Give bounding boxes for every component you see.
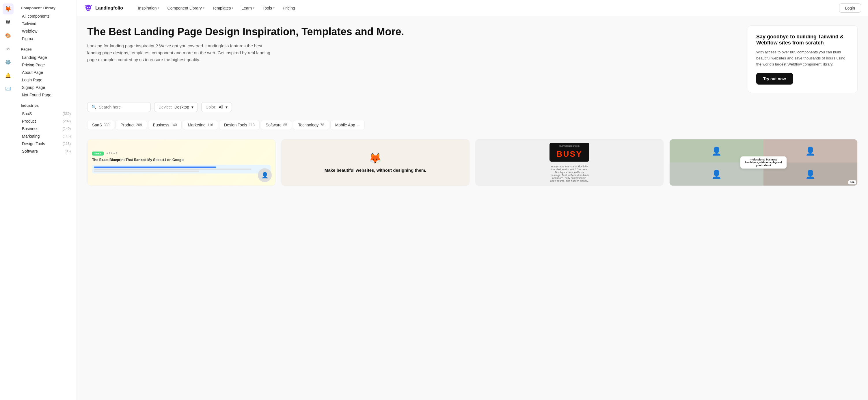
- card-1-image: FREE ★★★★★ The Exact Blueprint That Rank…: [88, 139, 275, 186]
- hero-title: The Best Landing Page Design Inspiration…: [87, 25, 739, 38]
- hero-section: The Best Landing Page Design Inspiration…: [87, 25, 858, 93]
- sidebar-item-software[interactable]: Software (85): [21, 147, 72, 155]
- settings-icon[interactable]: ⚙️: [3, 57, 13, 68]
- color-filter[interactable]: Color: All ▾: [201, 102, 232, 112]
- layers-icon[interactable]: ≋: [3, 43, 13, 54]
- hero-text: The Best Landing Page Design Inspiration…: [87, 25, 739, 63]
- content-area: The Best Landing Page Design Inspiration…: [77, 16, 868, 400]
- price-badge: $29: [848, 180, 856, 185]
- sidebar: Component Library All components Tailwin…: [16, 0, 77, 400]
- search-input[interactable]: [99, 105, 146, 109]
- cards-grid: FREE ★★★★★ The Exact Blueprint That Rank…: [87, 139, 858, 186]
- card-4-title: Professional business headshots, without…: [743, 158, 784, 167]
- device-filter[interactable]: Device: Desktop ▾: [154, 102, 198, 112]
- tab-product[interactable]: Product 209: [116, 120, 147, 130]
- login-button[interactable]: Login: [839, 3, 861, 13]
- navbar: Landingfolio Inspiration ▾ Component Lib…: [77, 0, 868, 16]
- industry-items: SaaS (339) Product (209) Business (140) …: [21, 110, 72, 155]
- card-3-image: BusyStatusBar.com BUSY BusyStatus Bar is…: [475, 139, 663, 186]
- tab-technology[interactable]: Technology 78: [293, 120, 329, 130]
- bell-icon[interactable]: 🔔: [3, 70, 13, 81]
- hero-description: Looking for landing page inspiration? We…: [87, 42, 272, 63]
- hero-card-description: With access to over 805 components you c…: [756, 49, 849, 67]
- chevron-down-icon: ▾: [191, 105, 193, 109]
- sidebar-item-signup-page[interactable]: Signup Page: [21, 84, 72, 91]
- card-1-headline: The Exact Blueprint That Ranked My Sites…: [92, 158, 271, 162]
- sidebar-item-webflow[interactable]: Webflow: [21, 27, 72, 35]
- tab-mobile-app[interactable]: Mobile App ···: [330, 120, 365, 130]
- sidebar-item-business[interactable]: Business (140): [21, 125, 72, 132]
- sidebar-item-figma[interactable]: Figma: [21, 35, 72, 42]
- nav-component-library[interactable]: Component Library ▾: [164, 4, 208, 12]
- page-items: Landing Page Pricing Page About Page Log…: [21, 54, 72, 99]
- icon-bar: 🦊 W 🎨 ≋ ⚙️ 🔔 ✉️: [0, 0, 16, 400]
- chevron-down-icon: ▾: [273, 6, 275, 9]
- chevron-down-icon: ▾: [253, 6, 254, 9]
- tab-design-tools[interactable]: Design Tools 113: [219, 120, 259, 130]
- nav-links: Inspiration ▾ Component Library ▾ Templa…: [134, 4, 830, 12]
- sidebar-item-product[interactable]: Product (209): [21, 118, 72, 125]
- nav-learn[interactable]: Learn ▾: [238, 4, 258, 12]
- sidebar-item-tailwind[interactable]: Tailwind: [21, 20, 72, 27]
- category-tabs: SaaS 339 Product 209 Business 140 Market…: [87, 120, 858, 131]
- tab-saas[interactable]: SaaS 339: [87, 120, 114, 130]
- nav-pricing[interactable]: Pricing: [279, 4, 299, 12]
- card-3-busy-bar[interactable]: BusyStatusBar.com BUSY BusyStatus Bar is…: [475, 139, 663, 186]
- card-1-blueprint[interactable]: FREE ★★★★★ The Exact Blueprint That Rank…: [87, 139, 276, 186]
- pages-section-title: Pages: [21, 47, 72, 52]
- main-content: Landingfolio Inspiration ▾ Component Lib…: [77, 0, 868, 400]
- card-2-title: Make beautiful websites, without designi…: [324, 167, 427, 173]
- filters-bar: 🔍 Device: Desktop ▾ Color: All ▾: [87, 102, 858, 112]
- sidebar-item-login-page[interactable]: Login Page: [21, 76, 72, 84]
- svg-point-0: [87, 7, 88, 8]
- sidebar-item-landing-page[interactable]: Landing Page: [21, 54, 72, 61]
- sidebar-item-design-tools[interactable]: Design Tools (113): [21, 140, 72, 147]
- chevron-down-icon: ▾: [158, 6, 159, 9]
- card-4-image: 👤 👤 👤 👤 $29 Professional business headsh…: [670, 139, 857, 186]
- component-library-section-title: Component Library: [21, 6, 72, 10]
- logo-svg-icon: [84, 3, 93, 13]
- sidebar-item-pricing-page[interactable]: Pricing Page: [21, 61, 72, 69]
- nav-inspiration[interactable]: Inspiration ▾: [134, 4, 163, 12]
- sidebar-item-about-page[interactable]: About Page: [21, 69, 72, 76]
- card-2-website-builder[interactable]: 🦊 Make beautiful websites, without desig…: [281, 139, 469, 186]
- chevron-down-icon: ▾: [232, 6, 233, 9]
- chevron-down-icon: ▾: [225, 105, 227, 109]
- figma-icon[interactable]: 🎨: [3, 30, 13, 41]
- card-4-headshots[interactable]: 👤 👤 👤 👤 $29 Professional business headsh…: [669, 139, 858, 186]
- w-icon[interactable]: W: [3, 17, 13, 28]
- sidebar-item-not-found-page[interactable]: Not Found Page: [21, 91, 72, 99]
- try-out-now-button[interactable]: Try out now: [756, 73, 793, 85]
- hero-card: Say goodbye to building Tailwind & Webfl…: [748, 25, 858, 93]
- sidebar-item-marketing[interactable]: Marketing (116): [21, 132, 72, 140]
- card-2-image: 🦊 Make beautiful websites, without desig…: [282, 139, 469, 186]
- email-icon[interactable]: ✉️: [3, 83, 13, 94]
- logo-sidebar-icon[interactable]: 🦊: [3, 3, 13, 14]
- tab-marketing[interactable]: Marketing 116: [183, 120, 218, 130]
- nav-tools[interactable]: Tools ▾: [259, 4, 278, 12]
- svg-point-1: [89, 7, 90, 8]
- sidebar-item-all-components[interactable]: All components: [21, 12, 72, 20]
- industries-section-title: Industries: [21, 103, 72, 108]
- nav-templates[interactable]: Templates ▾: [209, 4, 237, 12]
- busy-text: BUSY: [551, 148, 588, 161]
- tab-business[interactable]: Business 140: [148, 120, 182, 130]
- tab-software[interactable]: Software 85: [261, 120, 292, 130]
- search-box[interactable]: 🔍: [87, 102, 151, 112]
- navbar-logo[interactable]: Landingfolio: [84, 3, 123, 13]
- component-library-items: All components Tailwind Webflow Figma: [21, 12, 72, 42]
- card-2-logo-icon: 🦊: [369, 153, 382, 165]
- hero-card-title: Say goodbye to building Tailwind & Webfl…: [756, 34, 849, 46]
- sidebar-item-saas[interactable]: SaaS (339): [21, 110, 72, 118]
- chevron-down-icon: ▾: [203, 6, 205, 9]
- search-icon: 🔍: [92, 105, 96, 109]
